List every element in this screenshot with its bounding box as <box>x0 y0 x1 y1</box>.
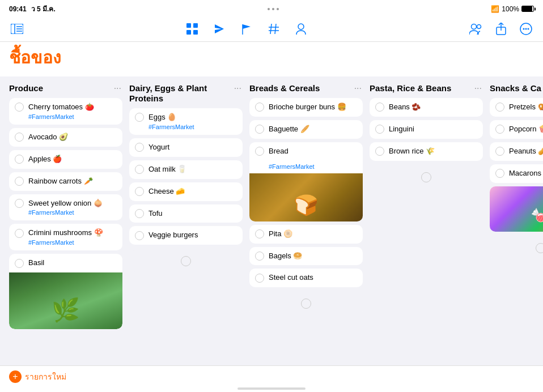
basil-item: Basil <box>9 254 122 329</box>
produce-header: Produce ··· <box>9 83 122 93</box>
check-circle[interactable] <box>15 177 24 186</box>
pasta-menu-button[interactable]: ··· <box>473 83 483 93</box>
item-text: Pita 🫓 <box>269 229 292 239</box>
list-item: Macarons <box>490 164 543 183</box>
check-circle[interactable] <box>255 125 264 134</box>
item-row: Linguini <box>375 125 477 134</box>
breads-header: Breads & Cereals ··· <box>249 83 363 93</box>
item-text: Steel cut oats <box>269 273 313 283</box>
produce-menu-button[interactable]: ··· <box>113 83 122 93</box>
svg-rect-8 <box>193 30 198 35</box>
basil-image <box>9 272 122 329</box>
item-text: Linguini <box>389 125 414 134</box>
check-circle[interactable] <box>15 155 24 164</box>
item-tag[interactable]: #FarmersMarket <box>28 113 117 120</box>
status-time: 09:41 <box>9 5 27 13</box>
send-button[interactable] <box>211 21 227 37</box>
check-circle[interactable] <box>15 229 24 238</box>
item-text: Brown rice 🌾 <box>389 147 435 156</box>
add-item-circle <box>421 172 431 182</box>
check-circle[interactable] <box>255 252 264 261</box>
check-circle[interactable] <box>495 125 504 134</box>
item-row: Apples 🍎 <box>15 155 117 164</box>
item-row: Avocado 🥑 <box>15 133 117 142</box>
check-circle[interactable] <box>135 165 144 174</box>
share-button[interactable] <box>493 21 509 37</box>
check-circle[interactable] <box>495 169 504 178</box>
item-row: Cherry tomatoes 🍅 <box>15 103 117 112</box>
svg-point-21 <box>525 28 527 30</box>
list-item: Popcorn 🍿 <box>490 120 543 139</box>
item-tag[interactable]: #FarmersMarket <box>28 239 117 246</box>
check-circle[interactable] <box>135 231 144 240</box>
dairy-items: Eggs 🥚 #FarmersMarket Yogurt Oat milk 🥛 <box>129 108 243 382</box>
list-item: Linguini <box>370 120 483 139</box>
add-item-row[interactable] <box>490 237 543 259</box>
svg-point-20 <box>523 28 525 30</box>
item-text: Cherry tomatoes 🍅 <box>28 103 94 112</box>
list-item: Rainbow carrots 🥕 <box>9 172 122 191</box>
columns-container: Produce ··· Cherry tomatoes 🍅 #FarmersMa… <box>0 76 543 389</box>
more-button[interactable] <box>518 21 534 37</box>
list-item: Tofu <box>129 204 243 223</box>
item-text: Avocado 🥑 <box>28 133 68 142</box>
item-text: Brioche burger buns 🍔 <box>269 103 346 112</box>
check-circle[interactable] <box>495 147 504 156</box>
check-circle[interactable] <box>495 103 504 112</box>
item-tag[interactable]: #FarmersMarket <box>28 209 117 216</box>
check-circle[interactable] <box>15 259 24 268</box>
item-row: Rainbow carrots 🥕 <box>15 177 117 186</box>
person-button[interactable] <box>293 21 309 37</box>
add-item-row[interactable] <box>129 250 243 272</box>
check-circle[interactable] <box>135 143 144 152</box>
bread-header: Bread <box>249 142 363 161</box>
bread-tag[interactable]: #FarmersMarket <box>269 163 315 170</box>
dairy-column: Dairy, Eggs & Plant Proteins ··· Eggs 🥚 … <box>129 83 243 382</box>
add-list-label: รายการใหม่ <box>25 370 66 383</box>
check-circle[interactable] <box>135 209 144 218</box>
svg-line-11 <box>275 24 276 34</box>
page-header: ชื้อของ <box>0 42 543 76</box>
item-text: Oat milk 🥛 <box>149 165 186 174</box>
hashtag-button[interactable] <box>266 21 282 37</box>
item-text: Beans 🫘 <box>389 103 421 112</box>
check-circle[interactable] <box>135 187 144 196</box>
check-circle[interactable] <box>15 199 24 208</box>
people-button[interactable] <box>468 21 484 37</box>
check-circle[interactable] <box>15 103 24 112</box>
snacks-title: Snacks & Ca <box>490 83 543 93</box>
check-circle[interactable] <box>135 113 144 122</box>
item-row: Bagels 🥯 <box>255 252 357 261</box>
check-circle[interactable] <box>15 133 24 142</box>
svg-rect-7 <box>186 30 191 35</box>
pasta-title: Pasta, Rice & Beans <box>370 83 473 93</box>
check-circle[interactable] <box>255 103 264 112</box>
svg-rect-5 <box>186 23 191 28</box>
sidebar-toggle-button[interactable] <box>9 21 25 37</box>
list-item: Apples 🍎 <box>9 150 122 169</box>
flag-button[interactable] <box>239 21 254 37</box>
list-item: Pretzels 🥨 <box>490 98 543 117</box>
check-circle[interactable] <box>375 103 384 112</box>
item-tag[interactable]: #FarmersMarket <box>149 123 237 130</box>
item-row: Yogurt <box>135 143 237 152</box>
grid-view-button[interactable] <box>184 21 200 37</box>
check-circle[interactable] <box>375 147 384 156</box>
wifi-icon: 📶 <box>491 5 499 13</box>
dot3 <box>277 8 279 10</box>
item-text: Popcorn 🍿 <box>509 125 543 134</box>
breads-menu-button[interactable]: ··· <box>353 83 363 93</box>
check-circle[interactable] <box>375 125 384 134</box>
add-item-row[interactable] <box>370 167 483 188</box>
dairy-menu-button[interactable]: ··· <box>233 83 243 93</box>
check-circle[interactable] <box>255 229 264 238</box>
dot2 <box>272 8 274 10</box>
check-circle[interactable] <box>255 147 264 156</box>
add-item-row[interactable] <box>249 293 363 314</box>
status-center <box>268 8 279 10</box>
svg-point-15 <box>472 24 477 29</box>
svg-rect-6 <box>193 23 198 28</box>
battery-label: 100% <box>502 5 519 13</box>
check-circle[interactable] <box>255 274 264 283</box>
add-list-button[interactable]: + รายการใหม่ <box>9 370 66 383</box>
